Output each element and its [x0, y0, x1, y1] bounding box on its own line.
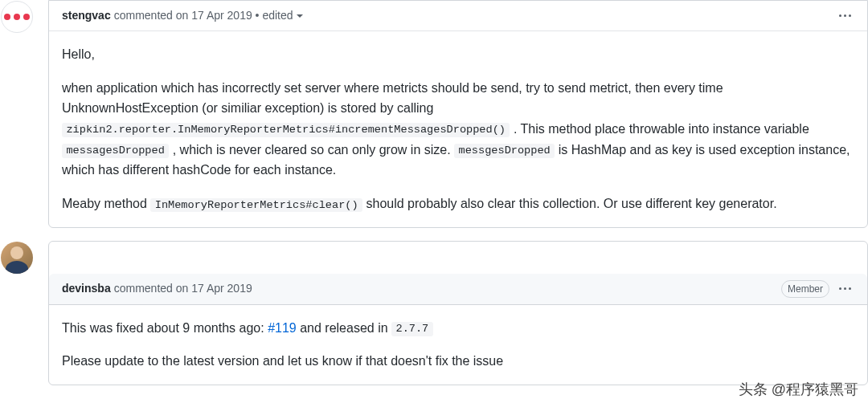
- comment-header: stengvac commented on 17 Apr 2019 • edit…: [49, 1, 867, 31]
- inline-code: InMemoryReporterMetrics#clear(): [150, 198, 362, 213]
- comment-text: when application which has incorrectly s…: [62, 78, 854, 181]
- author-link[interactable]: devinsba: [62, 280, 111, 297]
- author-link[interactable]: stengvac: [62, 7, 111, 24]
- comment-text: Meaby method InMemoryReporterMetrics#cle…: [62, 193, 854, 214]
- kebab-menu-icon[interactable]: [836, 11, 854, 20]
- avatar[interactable]: [1, 242, 33, 274]
- issue-link[interactable]: #119: [268, 321, 297, 335]
- edited-indicator[interactable]: edited: [262, 7, 302, 24]
- comment-body: This was fixed about 9 months ago: #119 …: [49, 305, 867, 385]
- role-badge: Member: [781, 280, 829, 298]
- comment-header: devinsba commented on 17 Apr 2019 Member: [49, 274, 867, 305]
- avatar[interactable]: [1, 1, 33, 33]
- inline-code: zipkin2.reporter.InMemoryReporterMetrics…: [62, 123, 510, 137]
- comment-timestamp: commented on 17 Apr 2019: [114, 280, 252, 297]
- comment-text: Please update to the latest version and …: [62, 351, 854, 372]
- inline-code: messagesDropped: [62, 144, 169, 158]
- chevron-down-icon: [297, 14, 303, 18]
- comment: devinsba commented on 17 Apr 2019 Member…: [48, 241, 868, 385]
- comment: stengvac commented on 17 Apr 2019 • edit…: [48, 0, 868, 228]
- edited-separator: •: [252, 7, 263, 24]
- inline-code: 2.7.7: [391, 322, 433, 336]
- inline-code: messgesDropped: [454, 144, 555, 158]
- comment-text: Hello,: [62, 44, 854, 65]
- comment-body: Hello, when application which has incorr…: [49, 31, 867, 227]
- kebab-menu-icon[interactable]: [836, 284, 854, 293]
- comment-text: This was fixed about 9 months ago: #119 …: [62, 318, 854, 339]
- comment-timestamp: commented on 17 Apr 2019: [114, 7, 252, 24]
